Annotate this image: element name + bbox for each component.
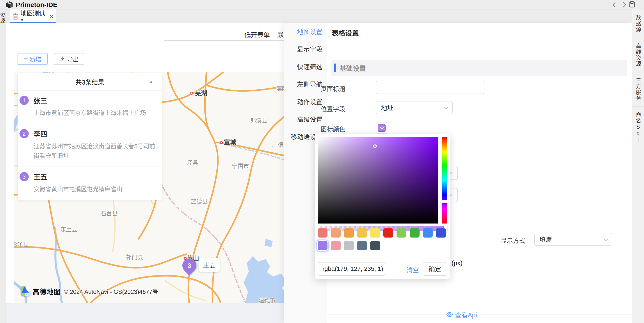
basic-settings-section: 基础设置	[332, 60, 627, 76]
color-value-input[interactable]: rgba(179, 127, 235, 1)	[318, 262, 385, 276]
swatch-row-1	[318, 228, 447, 238]
results-panel: 共3条结果 ▲ 1张三上海市黄浦区南京东路街道上海来福士广场2李四江苏省苏州市姑…	[18, 73, 162, 200]
map-place-label-1: 宣城	[224, 139, 236, 146]
map-city-dot	[190, 92, 193, 95]
right-strip-item-1[interactable]: 离线资源	[632, 38, 644, 72]
color-swatch[interactable]	[370, 241, 380, 250]
active-tab-indicator	[10, 22, 56, 23]
color-swatch[interactable]	[318, 241, 328, 250]
export-button[interactable]: 导出	[54, 53, 84, 65]
eye-icon	[446, 312, 453, 317]
icon-color-label: 图标颜色	[310, 124, 345, 133]
color-swatch[interactable]	[384, 228, 393, 238]
sort-ascending-icon[interactable]: ▲	[149, 79, 153, 84]
save-icon[interactable]	[628, 1, 636, 8]
confirm-button[interactable]: 确定	[422, 262, 447, 276]
result-name: 张三	[34, 95, 158, 105]
location-field-value: 地址	[381, 103, 393, 112]
map-place-label-9: 石台县	[100, 210, 118, 216]
map-attribution: 高德地图 © 2024 AutoNavi - GS(2023)4677号	[21, 286, 158, 296]
right-strip-item-2[interactable]: 三方服务	[632, 72, 644, 107]
right-strip-item-3[interactable]: 命名Sql	[632, 107, 644, 149]
hue-slider-handle[interactable]	[441, 200, 448, 203]
result-number-badge: 2	[20, 129, 29, 138]
settings-menu-item-1[interactable]: 显示字段	[284, 41, 327, 58]
settings-title-divider	[327, 48, 632, 48]
color-swatch[interactable]	[344, 228, 354, 238]
view-api-link[interactable]: 查看Api	[443, 310, 480, 319]
map-place-label-0: 芜湖	[195, 90, 207, 97]
clear-button[interactable]: 清空	[406, 265, 419, 274]
color-swatch[interactable]	[436, 228, 446, 238]
color-swatch[interactable]	[357, 241, 367, 250]
result-item-1[interactable]: 1张三上海市黄浦区南京东路街道上海来福士广场	[18, 90, 162, 124]
color-swatch[interactable]	[344, 241, 354, 250]
color-swatch[interactable]	[423, 228, 433, 238]
result-number-badge: 3	[20, 172, 29, 181]
settings-menu-item-2[interactable]: 快速筛选	[284, 58, 327, 76]
app-logo-icon	[6, 1, 14, 9]
result-number-badge: 1	[20, 96, 29, 105]
nav-forward-icon[interactable]	[620, 1, 628, 8]
map-place-label-4: 溧阳	[276, 86, 284, 92]
map-place-label-10: 东至县	[60, 226, 78, 232]
amap-logo-icon	[21, 286, 31, 296]
page-tab-low-code-form[interactable]: 低开表单	[244, 30, 270, 39]
result-name: 李四	[34, 129, 158, 138]
map-copyright: © 2024 AutoNavi - GS(2023)4677号	[64, 287, 158, 296]
map-marker-pin[interactable]: 3	[180, 256, 200, 276]
left-resource-strip[interactable]: 资源	[0, 10, 6, 323]
result-address: 安徽省黄山市屯溪区屯光镇麻雀山	[34, 184, 158, 194]
hue-slider[interactable]	[442, 137, 447, 224]
settings-menu-item-0[interactable]: 地图设置	[284, 23, 327, 41]
display-mode-label: 显示方式	[501, 236, 525, 245]
map-place-label-3: 郎溪县	[250, 118, 268, 123]
tab-bar: 地图测试* ×	[6, 10, 632, 23]
settings-title: 表格设置	[332, 28, 359, 38]
map-place-label-5: 广德市	[272, 142, 284, 148]
result-list: 1张三上海市黄浦区南京东路街道上海来福士广场2李四江苏省苏州市姑苏区沧浪街道西善…	[18, 90, 162, 200]
map-place-label-6: 泾县	[187, 160, 198, 166]
add-button-label: 新增	[30, 55, 42, 63]
right-strip-item-0[interactable]: 数据源	[632, 10, 644, 38]
map-place-label-7: 宁国市	[232, 163, 249, 169]
map-place-label-11: 彭泽县	[14, 242, 28, 248]
result-item-2[interactable]: 2李四江苏省苏州市姑苏区沧浪街道西善长巷5号司前街看守所旧址	[18, 124, 162, 167]
result-address: 上海市黄浦区南京东路街道上海来福士广场	[34, 108, 158, 118]
document-icon	[13, 13, 18, 20]
icon-color-button[interactable]	[376, 122, 387, 134]
page-tab-default[interactable]: 默	[277, 30, 284, 39]
app-title: Primeton-IDE	[16, 0, 58, 9]
nav-back-icon[interactable]	[611, 1, 618, 8]
results-summary-header[interactable]: 共3条结果 ▲	[18, 73, 162, 90]
view-api-label: 查看Api	[455, 310, 477, 319]
color-swatch[interactable]	[396, 228, 406, 238]
left-strip-label[interactable]: 资源	[0, 12, 6, 24]
color-swatch[interactable]	[370, 228, 380, 238]
page-title-input[interactable]	[376, 81, 484, 94]
section-accent-bar	[334, 64, 336, 72]
display-mode-select[interactable]: 填满	[534, 233, 612, 246]
add-button[interactable]: + 新增	[18, 53, 48, 65]
plus-icon: +	[24, 55, 28, 62]
map-place-label-12: 祁门县	[126, 254, 143, 260]
saturation-cursor[interactable]	[373, 144, 377, 148]
color-picker-popup: rgba(179, 127, 235, 1) 清空 确定	[315, 134, 450, 279]
tab-map-test[interactable]: 地图测试* ×	[10, 10, 56, 23]
display-mode-value: 填满	[540, 235, 552, 244]
color-swatch[interactable]	[331, 241, 341, 250]
saturation-area[interactable]	[318, 137, 438, 224]
color-swatch[interactable]	[410, 228, 420, 238]
result-name: 王五	[34, 172, 158, 182]
color-swatch[interactable]	[318, 228, 328, 238]
section-label: 基础设置	[340, 63, 366, 73]
map-marker-label[interactable]: 王五	[199, 258, 220, 272]
tab-close-icon[interactable]: ×	[49, 13, 53, 20]
export-button-label: 导出	[67, 55, 79, 63]
location-field-select[interactable]: 地址	[376, 101, 453, 114]
color-swatch[interactable]	[331, 228, 341, 238]
color-swatch[interactable]	[357, 228, 367, 238]
result-item-3[interactable]: 3王五安徽省黄山市屯溪区屯光镇麻雀山	[18, 167, 162, 200]
swatch-row-2	[318, 241, 447, 250]
amap-brand: 高德地图	[33, 286, 61, 296]
